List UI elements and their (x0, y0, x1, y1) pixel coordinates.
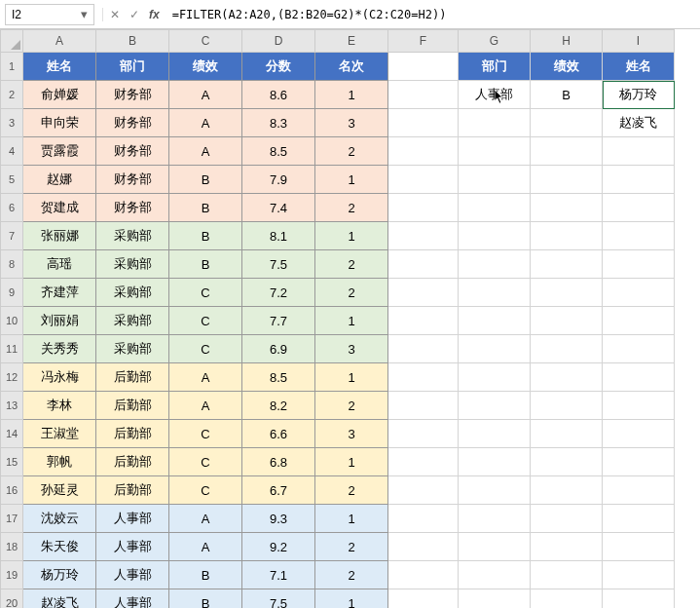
data-12-2[interactable]: A (169, 363, 242, 392)
data-20-4[interactable]: 1 (315, 589, 388, 608)
cell-F12[interactable] (388, 363, 459, 392)
cell-I8[interactable] (603, 250, 675, 279)
data-20-3[interactable]: 7.5 (242, 589, 315, 608)
cell-H7[interactable] (531, 222, 603, 250)
data-13-4[interactable]: 2 (315, 392, 388, 420)
data-15-1[interactable]: 后勤部 (96, 448, 169, 476)
formula-input[interactable] (166, 5, 700, 24)
data-20-0[interactable]: 赵凌飞 (23, 589, 96, 608)
cell-I4[interactable] (603, 137, 675, 166)
col-header-E[interactable]: E (315, 29, 388, 53)
row-header-14[interactable]: 14 (0, 420, 23, 448)
data-11-1[interactable]: 采购部 (96, 335, 169, 363)
col-header-H[interactable]: H (531, 29, 603, 53)
cell-G18[interactable] (459, 533, 531, 561)
cell-G13[interactable] (459, 392, 531, 420)
data-5-2[interactable]: B (169, 166, 242, 194)
data-2-3[interactable]: 8.6 (242, 81, 315, 109)
data-14-0[interactable]: 王淑堂 (23, 420, 96, 448)
data-5-0[interactable]: 赵娜 (23, 166, 96, 194)
cell-H11[interactable] (531, 335, 603, 363)
cell-F18[interactable] (388, 533, 459, 561)
data-10-3[interactable]: 7.7 (242, 307, 315, 335)
cell-F6[interactable] (388, 194, 459, 222)
cell-F14[interactable] (388, 420, 459, 448)
data-2-1[interactable]: 财务部 (96, 81, 169, 109)
data-17-1[interactable]: 人事部 (96, 505, 169, 533)
col-header-A[interactable]: A (23, 29, 96, 53)
cell-F4[interactable] (388, 137, 459, 166)
data-9-3[interactable]: 7.2 (242, 279, 315, 307)
data-13-0[interactable]: 李林 (23, 392, 96, 420)
row-header-1[interactable]: 1 (0, 53, 23, 81)
data-8-2[interactable]: B (169, 250, 242, 279)
data-2-0[interactable]: 俞婵媛 (23, 81, 96, 109)
data-8-4[interactable]: 2 (315, 250, 388, 279)
data-12-0[interactable]: 冯永梅 (23, 363, 96, 392)
cell-I11[interactable] (603, 335, 675, 363)
data-17-4[interactable]: 1 (315, 505, 388, 533)
cell-I15[interactable] (603, 448, 675, 476)
cell-I16[interactable] (603, 476, 675, 505)
data-15-4[interactable]: 1 (315, 448, 388, 476)
cell-H13[interactable] (531, 392, 603, 420)
cell-H15[interactable] (531, 448, 603, 476)
data-5-3[interactable]: 7.9 (242, 166, 315, 194)
cell-H19[interactable] (531, 561, 603, 589)
col-header-I[interactable]: I (603, 29, 675, 53)
cell-H12[interactable] (531, 363, 603, 392)
cell-H9[interactable] (531, 279, 603, 307)
cell-H5[interactable] (531, 166, 603, 194)
data-17-3[interactable]: 9.3 (242, 505, 315, 533)
data-9-0[interactable]: 齐建萍 (23, 279, 96, 307)
data-12-1[interactable]: 后勤部 (96, 363, 169, 392)
data-3-0[interactable]: 申向荣 (23, 109, 96, 137)
cell-H18[interactable] (531, 533, 603, 561)
data-15-2[interactable]: C (169, 448, 242, 476)
row-header-20[interactable]: 20 (0, 589, 23, 608)
cell-F16[interactable] (388, 476, 459, 505)
cell-I14[interactable] (603, 420, 675, 448)
cell-H6[interactable] (531, 194, 603, 222)
cell-I6[interactable] (603, 194, 675, 222)
cell-I19[interactable] (603, 561, 675, 589)
cell-I18[interactable] (603, 533, 675, 561)
data-16-3[interactable]: 6.7 (242, 476, 315, 505)
cell-H8[interactable] (531, 250, 603, 279)
data-10-2[interactable]: C (169, 307, 242, 335)
data-6-2[interactable]: B (169, 194, 242, 222)
cell-G3[interactable] (459, 109, 531, 137)
cell-F15[interactable] (388, 448, 459, 476)
data-12-4[interactable]: 1 (315, 363, 388, 392)
data-5-4[interactable]: 1 (315, 166, 388, 194)
data-8-1[interactable]: 采购部 (96, 250, 169, 279)
data-3-2[interactable]: A (169, 109, 242, 137)
side-header-2[interactable]: 姓名 (603, 53, 675, 81)
row-header-5[interactable]: 5 (0, 166, 23, 194)
main-header-1[interactable]: 部门 (96, 53, 169, 81)
data-7-1[interactable]: 采购部 (96, 222, 169, 250)
cell-G6[interactable] (459, 194, 531, 222)
col-header-D[interactable]: D (242, 29, 315, 53)
row-header-16[interactable]: 16 (0, 476, 23, 505)
data-8-0[interactable]: 高瑶 (23, 250, 96, 279)
data-9-4[interactable]: 2 (315, 279, 388, 307)
cell-I3[interactable]: 赵凌飞 (603, 109, 675, 137)
data-3-4[interactable]: 3 (315, 109, 388, 137)
data-9-2[interactable]: C (169, 279, 242, 307)
cell-F7[interactable] (388, 222, 459, 250)
cancel-icon[interactable]: ✕ (105, 8, 125, 21)
data-16-2[interactable]: C (169, 476, 242, 505)
row-header-17[interactable]: 17 (0, 505, 23, 533)
cell-G5[interactable] (459, 166, 531, 194)
cell-F13[interactable] (388, 392, 459, 420)
main-header-0[interactable]: 姓名 (23, 53, 96, 81)
data-19-2[interactable]: B (169, 561, 242, 589)
cell-I2[interactable]: 杨万玲 (603, 81, 675, 109)
row-header-2[interactable]: 2 (0, 81, 23, 109)
main-header-4[interactable]: 名次 (315, 53, 388, 81)
cell-F11[interactable] (388, 335, 459, 363)
row-header-8[interactable]: 8 (0, 250, 23, 279)
fx-icon[interactable]: fx (144, 8, 165, 21)
data-4-1[interactable]: 财务部 (96, 137, 169, 166)
